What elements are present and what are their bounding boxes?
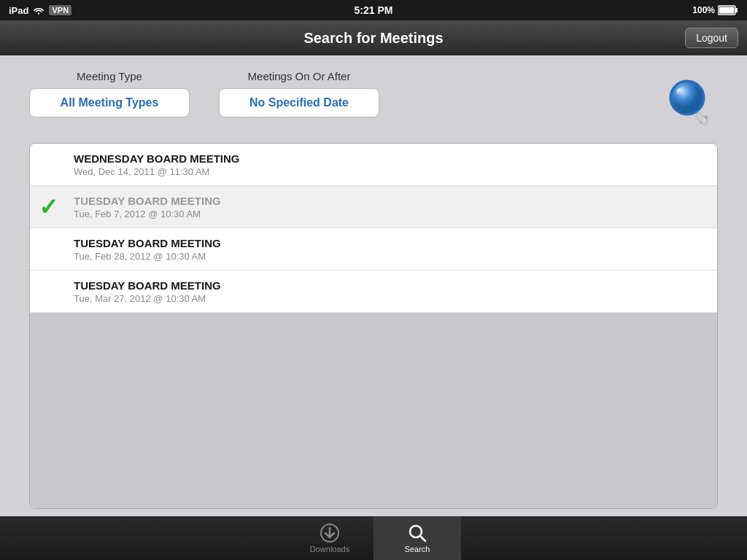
svg-rect-3 xyxy=(719,7,735,14)
status-bar: iPad VPN 5:21 PM 100% xyxy=(0,0,747,20)
tab-search[interactable]: Search xyxy=(374,516,461,560)
meetings-list: WEDNESDAY BOARD MEETING Wed, Dec 14, 201… xyxy=(29,143,718,509)
meeting-title: TUESDAY BOARD MEETING xyxy=(74,195,705,207)
magnifier-icon xyxy=(667,77,718,128)
svg-point-0 xyxy=(38,12,39,14)
tab-downloads[interactable]: Downloads xyxy=(286,516,374,560)
logout-button[interactable]: Logout xyxy=(685,28,738,48)
main-content: Meeting Type All Meeting Types Meetings … xyxy=(0,55,747,516)
meeting-title: TUESDAY BOARD MEETING xyxy=(74,237,705,249)
empty-list-area xyxy=(30,313,717,508)
filters-row: Meeting Type All Meeting Types Meetings … xyxy=(29,70,718,128)
meeting-title: WEDNESDAY BOARD MEETING xyxy=(74,152,705,165)
download-icon xyxy=(320,523,340,543)
svg-line-15 xyxy=(420,536,425,541)
status-right: 100% xyxy=(692,5,738,15)
magnifier-container xyxy=(667,70,718,128)
carrier-label: iPad xyxy=(9,5,28,16)
date-button[interactable]: No Specified Date xyxy=(219,88,379,117)
meeting-date: Wed, Dec 14, 2011 @ 11:30 AM xyxy=(74,166,705,177)
status-left: iPad VPN xyxy=(9,5,71,16)
table-row[interactable]: ✓ TUESDAY BOARD MEETING Tue, Feb 7, 2012… xyxy=(30,186,717,228)
battery-icon xyxy=(718,5,738,15)
battery-label: 100% xyxy=(692,5,715,15)
nav-bar: Search for Meetings Logout xyxy=(0,20,747,55)
search-tab-label: Search xyxy=(405,545,430,553)
meeting-type-filter: Meeting Type All Meeting Types xyxy=(29,70,190,117)
meeting-date: Tue, Feb 28, 2012 @ 10:30 AM xyxy=(74,251,705,262)
date-label: Meetings On Or After xyxy=(248,70,351,82)
page-title: Search for Meetings xyxy=(303,30,443,47)
table-row[interactable]: WEDNESDAY BOARD MEETING Wed, Dec 14, 201… xyxy=(30,144,717,186)
meeting-date: Tue, Feb 7, 2012 @ 10:30 AM xyxy=(74,209,705,219)
wifi-icon xyxy=(33,6,44,15)
checkmark-icon: ✓ xyxy=(39,195,58,219)
table-row[interactable]: TUESDAY BOARD MEETING Tue, Mar 27, 2012 … xyxy=(30,271,717,313)
meeting-date: Tue, Mar 27, 2012 @ 10:30 AM xyxy=(74,293,705,304)
svg-rect-2 xyxy=(735,8,738,12)
meeting-type-label: Meeting Type xyxy=(77,70,142,82)
tab-bar: Downloads Search xyxy=(0,516,747,560)
search-tab-icon xyxy=(407,523,427,543)
downloads-tab-label: Downloads xyxy=(310,545,349,553)
date-filter: Meetings On Or After No Specified Date xyxy=(219,70,379,117)
vpn-label: VPN xyxy=(49,5,71,15)
meeting-type-button[interactable]: All Meeting Types xyxy=(29,88,190,117)
meeting-title: TUESDAY BOARD MEETING xyxy=(74,279,705,292)
table-row[interactable]: TUESDAY BOARD MEETING Tue, Feb 28, 2012 … xyxy=(30,228,717,271)
status-time: 5:21 PM xyxy=(355,4,393,16)
